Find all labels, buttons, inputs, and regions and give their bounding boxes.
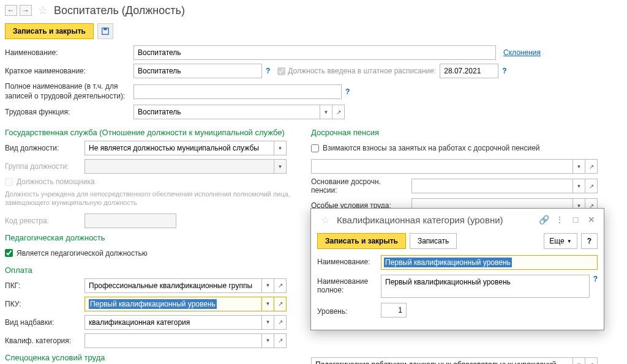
save-and-close-button[interactable]: Записать и закрыть (5, 23, 94, 39)
menu-icon[interactable]: ⋮ (554, 214, 566, 226)
bonus-label: Вид надбавки: (5, 318, 84, 327)
help-icon[interactable]: ? (502, 67, 506, 75)
assistant-checkbox (5, 178, 13, 186)
dropdown-button[interactable]: ▼ (320, 105, 332, 119)
dialog-name-input[interactable]: Первый квалификационный уровень (381, 255, 598, 270)
pkg-label: ПКГ: (5, 281, 84, 290)
dialog-title: Квалификационная категория (уровни) (337, 215, 534, 225)
report-input1[interactable] (311, 357, 573, 364)
pedagog-checkbox[interactable] (5, 249, 13, 257)
bonus-input[interactable] (84, 315, 262, 330)
close-icon[interactable]: ✕ (585, 214, 598, 226)
dropdown-button[interactable]: ▼ (262, 297, 274, 311)
function-input[interactable] (133, 105, 320, 119)
dropdown-button[interactable]: ▼ (274, 141, 287, 155)
qual-input[interactable] (84, 333, 262, 348)
nav-forward-button[interactable]: → (20, 5, 32, 16)
link-icon[interactable]: 🔗 (538, 214, 550, 226)
open-button[interactable]: ↗ (274, 297, 287, 311)
dialog-save-close-button[interactable]: Записать и закрыть (317, 233, 406, 249)
page-title: Воспитатель (Должность) (54, 4, 185, 17)
staffing-date-input[interactable] (440, 64, 498, 78)
dropdown-button[interactable]: ▼ (573, 159, 585, 174)
gov-note: Должность учреждена для непосредственног… (5, 190, 299, 207)
dropdown-button: ▼ (274, 159, 287, 174)
open-button[interactable]: ↗ (274, 315, 287, 330)
pension-input1[interactable] (311, 159, 573, 174)
short-name-label: Краткое наименование: (5, 67, 133, 75)
dialog-level-label: Уровень: (317, 305, 381, 316)
pension-section-title: Досрочная пенсия (311, 128, 622, 137)
open-button[interactable]: ↗ (585, 357, 598, 364)
full-name-label: Полное наименование (в т.ч. для записей … (5, 82, 133, 101)
pkg-input[interactable] (84, 278, 262, 293)
open-button[interactable]: ↗ (585, 159, 598, 174)
name-input[interactable] (133, 45, 496, 60)
gov-section-title: Государственная служба (Отношение должно… (5, 128, 299, 137)
help-icon[interactable]: ? (593, 275, 598, 283)
open-button[interactable]: ↗ (274, 278, 287, 293)
dialog-name-label: Наименование: (317, 255, 381, 266)
dialog-help-button[interactable]: ? (581, 233, 598, 249)
dialog-full-label: Наименование полное: (317, 275, 381, 294)
dialog-full-input[interactable] (381, 275, 590, 298)
pku-label: ПКУ: (5, 300, 84, 308)
reg-label: Код реестра: (5, 217, 84, 225)
full-name-input[interactable] (133, 84, 342, 99)
reg-input (84, 214, 176, 228)
group-label: Группа должности: (5, 162, 84, 171)
help-icon[interactable]: ? (345, 87, 350, 96)
function-label: Трудовая функция: (5, 108, 133, 116)
dialog-level-input[interactable] (381, 303, 407, 318)
group-input (84, 159, 274, 174)
dropdown-button[interactable]: ▼ (262, 315, 274, 330)
dropdown-button[interactable]: ▼ (262, 278, 274, 293)
qual-label: Квалиф. категория: (5, 336, 84, 345)
pedagog-section-title: Педагогическая должность (5, 233, 299, 242)
dialog-save-button[interactable]: Записать (410, 233, 457, 249)
declension-link[interactable]: Склонения (503, 48, 541, 57)
type-label: Вид должности: (5, 144, 84, 152)
staffing-checkbox (277, 67, 285, 75)
basis-label: Основание досрочн. пенсии: (311, 177, 411, 195)
dropdown-button[interactable]: ▼ (573, 357, 585, 364)
pku-selected-text: Первый квалификационный уровень (89, 299, 217, 309)
pension-chk-label: Взимаются взносы за занятых на работах с… (323, 144, 540, 152)
pku-input[interactable]: Первый квалификационный уровень (84, 297, 262, 311)
name-label: Наименование: (5, 48, 133, 57)
dropdown-button[interactable]: ▼ (262, 333, 274, 348)
open-button[interactable]: ↗ (332, 105, 345, 119)
payment-section-title: Оплата (5, 266, 299, 275)
maximize-icon[interactable]: □ (569, 214, 582, 226)
help-icon[interactable]: ? (266, 67, 270, 75)
page-header: ← → ☆ Воспитатель (Должность) (0, 0, 627, 21)
nav-back-button[interactable]: ← (5, 5, 17, 16)
main-toolbar: Записать и закрыть (0, 21, 627, 45)
more-button[interactable]: Еще▼ (544, 233, 577, 249)
save-button[interactable] (97, 23, 113, 39)
qualification-dialog: ☆ Квалификационная категория (уровни) 🔗 … (310, 208, 604, 330)
svg-rect-1 (103, 28, 107, 31)
pension-checkbox[interactable] (311, 144, 319, 152)
assistant-label: Должность помощника (17, 177, 95, 186)
pedagog-label: Является педагогической должностью (17, 249, 148, 258)
dialog-name-value: Первый квалификационный уровень (384, 258, 512, 267)
short-name-input[interactable] (133, 64, 262, 78)
spec-section-title: Спецоценка условий труда (5, 353, 299, 362)
dropdown-button[interactable]: ▼ (573, 179, 585, 193)
basis-input[interactable] (411, 179, 573, 193)
favorite-star-icon[interactable]: ☆ (321, 214, 329, 226)
open-button[interactable]: ↗ (585, 179, 598, 193)
favorite-star-icon[interactable]: ☆ (38, 4, 48, 17)
type-input[interactable] (84, 141, 274, 155)
open-button[interactable]: ↗ (274, 333, 287, 348)
staffing-label: Должность введена в штатное расписание: (288, 67, 436, 75)
